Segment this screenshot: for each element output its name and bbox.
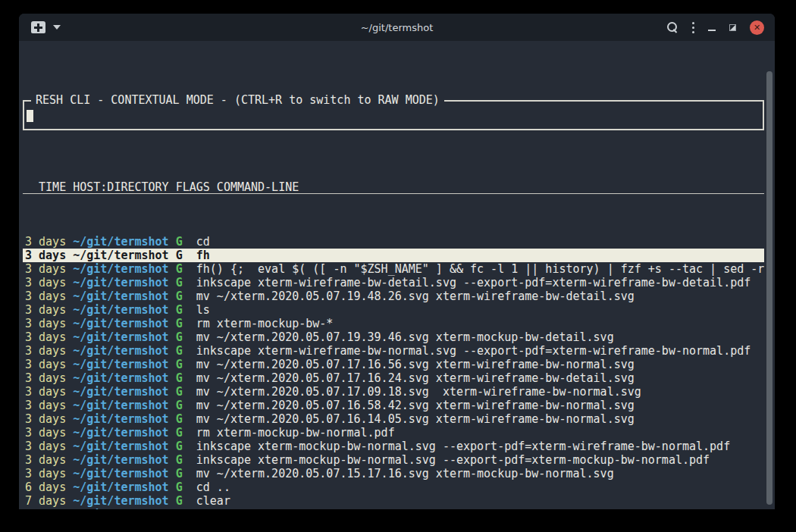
window-title: ~/git/termshot bbox=[19, 22, 775, 33]
search-input-box[interactable]: RESH CLI - CONTEXTUAL MODE - (CTRL+R to … bbox=[23, 100, 764, 130]
history-row[interactable]: 6 days ~/git/termshot G cd .. bbox=[23, 480, 764, 494]
row-flags: G bbox=[176, 494, 196, 508]
row-command: mv ~/xterm.2020.05.07.16.14.05.svg xterm… bbox=[196, 412, 635, 426]
titlebar[interactable]: ~/git/termshot ✕ bbox=[19, 14, 775, 41]
history-row[interactable]: 3 days ~/git/termshot G cd bbox=[23, 235, 764, 249]
row-host: ~/git/termshot bbox=[73, 385, 175, 399]
history-row[interactable]: 3 days ~/git/termshot G mv ~/xterm.2020.… bbox=[23, 399, 764, 412]
row-host: ~/git/termshot bbox=[73, 508, 175, 509]
row-flags: G bbox=[176, 412, 196, 426]
history-row[interactable]: 3 days ~/git/termshot G mv ~/xterm.2020.… bbox=[23, 371, 764, 385]
row-time: 7 days bbox=[25, 494, 73, 508]
history-row[interactable]: 3 days ~/git/termshot G ls bbox=[23, 303, 764, 317]
history-row[interactable]: 3 days ~/git/termshot G inkscape xterm-w… bbox=[23, 276, 764, 289]
row-time: 3 days bbox=[25, 426, 73, 440]
close-icon[interactable]: ✕ bbox=[750, 20, 764, 35]
history-row[interactable]: 3 days ~/git/termshot G fh bbox=[23, 249, 764, 262]
row-time: 3 days bbox=[25, 385, 73, 399]
row-host: ~/git/termshot bbox=[73, 480, 175, 494]
menu-icon[interactable] bbox=[692, 22, 694, 33]
history-row[interactable]: 3 days ~/git/termshot G mv ~/xterm.2020.… bbox=[23, 467, 764, 480]
row-time: 3 days bbox=[25, 317, 73, 330]
row-command: mv ~/xterm.2020.05.07.16.58.42.svg xterm… bbox=[196, 399, 635, 412]
row-flags: G bbox=[176, 440, 196, 453]
row-flags: G bbox=[176, 426, 196, 440]
terminal-screen[interactable]: RESH CLI - CONTEXTUAL MODE - (CTRL+R to … bbox=[19, 41, 775, 509]
row-host: ~/git/termshot bbox=[73, 330, 175, 344]
new-tab-icon[interactable] bbox=[31, 21, 45, 33]
row-flags: G bbox=[176, 371, 196, 385]
row-command: rm xterm-mockup-bw-normal.pdf bbox=[196, 426, 395, 440]
row-host: ~/git/termshot bbox=[73, 249, 175, 262]
row-time: 3 days bbox=[25, 412, 73, 426]
row-host: ~/git/termshot bbox=[73, 344, 175, 358]
row-flags: G bbox=[176, 289, 196, 303]
row-command: inkscape xterm-mockup-bw-normal.svg --ex… bbox=[196, 453, 710, 467]
row-flags: G bbox=[176, 249, 196, 262]
history-row[interactable]: 3 days ~/git/termshot G inkscape xterm-w… bbox=[23, 344, 764, 358]
history-table-header: TIME HOST:DIRECTORY FLAGS COMMAND-LINE bbox=[23, 180, 764, 194]
history-row[interactable]: 3 days ~/git/termshot G mv ~/xterm.2020.… bbox=[23, 412, 764, 426]
row-flags: G bbox=[176, 262, 196, 276]
history-row[interactable]: 3 days ~/git/termshot G mv ~/xterm.2020.… bbox=[23, 358, 764, 371]
chevron-down-icon[interactable] bbox=[53, 25, 61, 30]
history-row[interactable]: 3 days ~/git/termshot G rm xterm-mockup-… bbox=[23, 426, 764, 440]
row-time: 6 days bbox=[25, 480, 73, 494]
row-time: 3 days bbox=[25, 358, 73, 371]
row-command: clear bbox=[196, 494, 230, 508]
history-row[interactable]: 3 days ~/git/termshot G inkscape xterm-m… bbox=[23, 453, 764, 467]
history-row[interactable]: 3 days ~/git/termshot G fh() {; eval $( … bbox=[23, 262, 764, 276]
row-host: ~/git/termshot bbox=[73, 399, 175, 412]
restore-icon[interactable] bbox=[729, 24, 736, 31]
row-time: 3 days bbox=[25, 235, 73, 249]
row-command: inkscape xterm-wireframe-bw-normal.svg -… bbox=[196, 344, 751, 358]
row-command: time date bbox=[196, 508, 258, 509]
row-command: mv ~/xterm.2020.05.07.17.16.24.svg xterm… bbox=[196, 371, 635, 385]
row-flags: G bbox=[176, 480, 196, 494]
row-host: ~/git/termshot bbox=[73, 303, 175, 317]
minimize-icon[interactable] bbox=[708, 30, 716, 31]
scrollbar[interactable] bbox=[766, 71, 772, 505]
row-host: ~/git/termshot bbox=[73, 440, 175, 453]
history-row[interactable]: 3 days ~/git/termshot G mv ~/xterm.2020.… bbox=[23, 385, 764, 399]
row-command: mv ~/xterm.2020.05.07.19.48.26.svg xterm… bbox=[196, 289, 635, 303]
text-cursor bbox=[27, 110, 33, 122]
row-time: 3 days bbox=[25, 276, 73, 289]
row-time: 3 days bbox=[25, 399, 73, 412]
search-box-title: RESH CLI - CONTEXTUAL MODE - (CTRL+R to … bbox=[31, 93, 444, 107]
row-host: ~/git/termshot bbox=[73, 453, 175, 467]
row-time: 3 days bbox=[25, 262, 73, 276]
row-command: ls bbox=[196, 303, 210, 317]
row-flags: G bbox=[176, 358, 196, 371]
row-flags: G bbox=[176, 508, 196, 509]
row-flags: G bbox=[176, 235, 196, 249]
row-command: mv ~/xterm.2020.05.07.17.09.18.svg xterm… bbox=[196, 385, 641, 399]
row-host: ~/git/termshot bbox=[73, 467, 175, 480]
row-flags: G bbox=[176, 330, 196, 344]
history-row[interactable]: 3 days ~/git/termshot G inkscape xterm-m… bbox=[23, 440, 764, 453]
history-row[interactable]: 7 days ~/git/termshot G time date bbox=[23, 508, 764, 509]
row-host: ~/git/termshot bbox=[73, 371, 175, 385]
row-command: fh bbox=[196, 249, 210, 262]
history-row[interactable]: 3 days ~/git/termshot G mv ~/xterm.2020.… bbox=[23, 289, 764, 303]
history-list: 3 days ~/git/termshot G cd3 days ~/git/t… bbox=[23, 235, 764, 509]
history-row[interactable]: 7 days ~/git/termshot G clear bbox=[23, 494, 764, 508]
row-host: ~/git/termshot bbox=[73, 412, 175, 426]
row-time: 3 days bbox=[25, 249, 73, 262]
row-time: 3 days bbox=[25, 440, 73, 453]
row-host: ~/git/termshot bbox=[73, 289, 175, 303]
row-flags: G bbox=[176, 399, 196, 412]
row-flags: G bbox=[176, 344, 196, 358]
history-row[interactable]: 3 days ~/git/termshot G rm xterm-mockup-… bbox=[23, 317, 764, 330]
row-time: 3 days bbox=[25, 289, 73, 303]
row-command: inkscape xterm-wireframe-bw-detail.svg -… bbox=[196, 276, 751, 289]
history-row[interactable]: 3 days ~/git/termshot G mv ~/xterm.2020.… bbox=[23, 330, 764, 344]
row-command: mv ~/xterm.2020.05.07.19.39.46.svg xterm… bbox=[196, 330, 614, 344]
row-time: 7 days bbox=[25, 508, 73, 509]
row-flags: G bbox=[176, 303, 196, 317]
row-flags: G bbox=[176, 317, 196, 330]
row-host: ~/git/termshot bbox=[73, 276, 175, 289]
row-host: ~/git/termshot bbox=[73, 426, 175, 440]
row-time: 3 days bbox=[25, 453, 73, 467]
search-icon[interactable] bbox=[666, 21, 678, 33]
